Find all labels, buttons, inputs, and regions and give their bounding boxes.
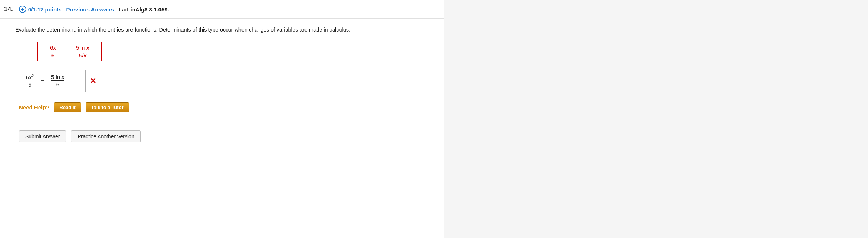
talk-to-tutor-button[interactable]: Talk to a Tutor [86, 102, 129, 112]
previous-answers-link[interactable]: Previous Answers [66, 6, 114, 13]
fraction-left-numerator: 6x2 [26, 74, 34, 81]
question-header: 14. + 0/1.17 points Previous Answers Lar… [0, 0, 444, 19]
minus-sign: − [40, 77, 44, 85]
fraction-right-numerator: 5 ln x [51, 74, 64, 81]
points-label: 0/1.17 points [28, 6, 62, 13]
wrong-mark: ✕ [90, 76, 96, 85]
need-help-label: Need Help? [19, 104, 50, 110]
bottom-buttons: Submit Answer Practice Another Version [19, 128, 433, 142]
answer-box: 6x2 5 − 5 ln x 6 [19, 70, 86, 92]
matrix-cell-r2c2: 5/x [68, 52, 97, 59]
question-number: 14. [4, 6, 13, 13]
practice-another-version-button[interactable]: Practice Another Version [71, 130, 140, 142]
matrix-cell-r1c2: 5 ln x [68, 44, 97, 51]
read-it-button[interactable]: Read It [54, 102, 81, 112]
problem-description: Evaluate the determinant, in which the e… [15, 26, 433, 34]
need-help-row: Need Help? Read It Talk to a Tutor [19, 102, 433, 112]
fraction-left-denominator: 5 [29, 81, 31, 88]
matrix-grid: 6x 5 ln x 6 5/x [42, 42, 97, 61]
fraction-right: 5 ln x 6 [51, 74, 64, 87]
submit-answer-button[interactable]: Submit Answer [19, 130, 66, 142]
section-divider [15, 123, 433, 123]
matrix-bracket: 6x 5 ln x 6 5/x [37, 42, 102, 61]
plus-icon: + [19, 6, 26, 13]
matrix-cell-r2c1: 6 [42, 52, 64, 59]
content-area: Evaluate the determinant, in which the e… [0, 19, 444, 153]
fraction-left: 6x2 5 [26, 74, 34, 88]
matrix-display: 6x 5 ln x 6 5/x [37, 42, 433, 61]
answer-box-row: 6x2 5 − 5 ln x 6 ✕ [19, 70, 433, 92]
problem-id: LarLinAlg8 3.1.059. [118, 6, 169, 13]
matrix-cell-r1c1: 6x [42, 44, 64, 51]
fraction-right-denominator: 6 [56, 81, 59, 87]
points-badge: + 0/1.17 points [19, 6, 62, 13]
